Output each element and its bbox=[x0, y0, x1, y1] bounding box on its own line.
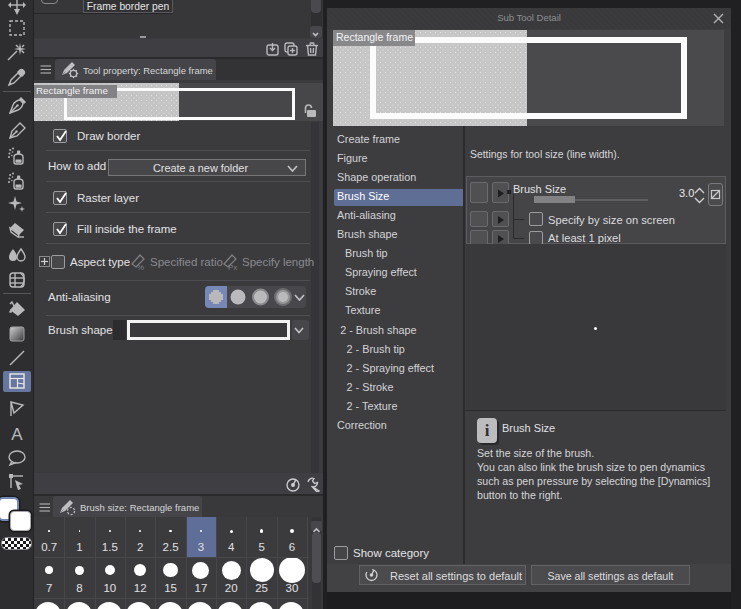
svg-text:Px: Px bbox=[228, 263, 237, 272]
svg-text:%: % bbox=[137, 263, 144, 272]
svg-text:A: A bbox=[11, 425, 23, 444]
